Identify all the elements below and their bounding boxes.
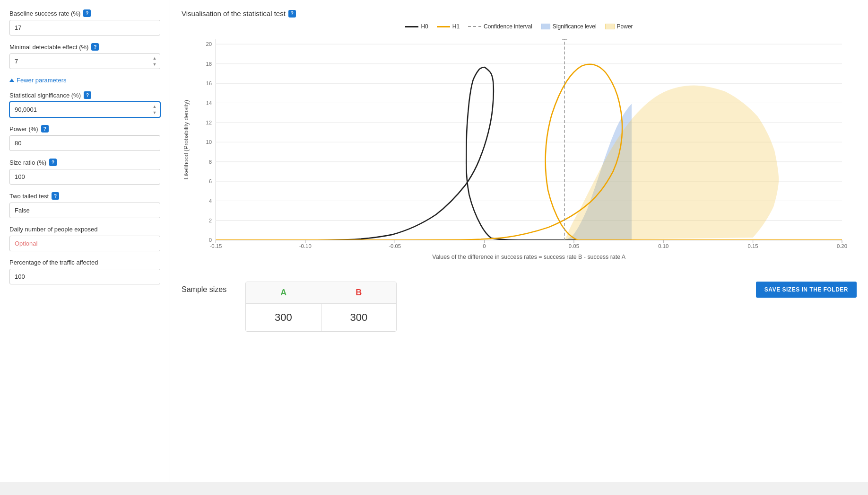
mde-spinner-arrows: ▲ ▼ xyxy=(150,55,159,68)
sample-sizes-title: Sample sizes xyxy=(182,285,226,294)
field-label-daily-exposed: Daily number of people exposed xyxy=(9,226,160,233)
svg-text:12: 12 xyxy=(206,120,212,125)
svg-text:10: 10 xyxy=(206,139,212,145)
stat-sig-help-badge[interactable]: ? xyxy=(84,91,91,99)
daily-exposed-input[interactable] xyxy=(9,236,160,251)
svg-text:0: 0 xyxy=(483,243,486,249)
svg-text:16: 16 xyxy=(206,80,212,86)
legend-ci: Confidence interval xyxy=(468,23,532,30)
baseline-input[interactable] xyxy=(9,20,160,35)
field-label-size-ratio: Size ratio (%) ? xyxy=(9,159,160,166)
legend-sl-rect xyxy=(541,24,550,29)
sample-table: A B 300 300 xyxy=(245,282,397,332)
chart-section: Visualisation of the statistical test ? … xyxy=(182,9,857,270)
svg-text:18: 18 xyxy=(206,61,212,67)
field-label-traffic: Percentage of the traffic affected xyxy=(9,259,160,266)
svg-text:0: 0 xyxy=(209,237,212,243)
power-input[interactable] xyxy=(9,135,160,151)
svg-text:-0.15: -0.15 xyxy=(209,243,222,249)
legend-power: Power xyxy=(605,23,633,30)
svg-text:-0.10: -0.10 xyxy=(299,243,312,249)
legend-h0: H0 xyxy=(405,23,428,30)
stat-sig-arrow-up[interactable]: ▲ xyxy=(150,104,159,110)
daily-exposed-label-text: Daily number of people exposed xyxy=(9,226,97,233)
save-sizes-button[interactable]: SAVE SIZES IN THE FOLDER xyxy=(756,282,857,298)
legend-h1: H1 xyxy=(437,23,460,30)
svg-text:14: 14 xyxy=(206,100,212,106)
legend-h1-label: H1 xyxy=(452,23,460,30)
field-group-mde: Minimal detectable effect (%) ? ▲ ▼ xyxy=(9,43,160,69)
legend-h0-label: H0 xyxy=(421,23,428,30)
svg-text:8: 8 xyxy=(209,159,212,165)
power-fill xyxy=(564,85,779,240)
sample-value-a: 300 xyxy=(246,304,321,331)
stat-sig-spinner-wrapper: ▲ ▼ xyxy=(9,102,160,117)
field-group-stat-sig: Statistical significance (%) ? ▲ ▼ xyxy=(9,91,160,117)
field-group-baseline: Baseline success rate (%) ? xyxy=(9,9,160,35)
size-ratio-label-text: Size ratio (%) xyxy=(9,159,46,166)
legend-sl-label: Significance level xyxy=(553,23,597,30)
legend-h1-line xyxy=(437,26,450,27)
baseline-label-text: Baseline success rate (%) xyxy=(9,10,80,17)
x-axis: -0.15 -0.10 -0.05 0 0.05 0.10 0.15 0.20 xyxy=(209,240,847,249)
field-label-two-tailed: Two tailed test ? xyxy=(9,192,160,200)
left-panel: Baseline success rate (%) ? Minimal dete… xyxy=(0,0,170,495)
field-label-baseline: Baseline success rate (%) ? xyxy=(9,9,160,17)
stat-sig-label-text: Statistical significance (%) xyxy=(9,92,81,99)
mde-arrow-up[interactable]: ▲ xyxy=(150,55,159,62)
svg-text:4: 4 xyxy=(209,198,212,204)
svg-text:0.10: 0.10 xyxy=(658,243,668,249)
bottom-bar xyxy=(0,482,868,495)
field-group-two-tailed: Two tailed test ? xyxy=(9,192,160,218)
right-panel: Visualisation of the statistical test ? … xyxy=(170,0,868,495)
x-axis-label: Values of the difference in success rate… xyxy=(432,254,626,260)
svg-text:6: 6 xyxy=(209,178,212,184)
svg-text:20: 20 xyxy=(206,41,212,47)
field-group-size-ratio: Size ratio (%) ? xyxy=(9,159,160,185)
two-tailed-input[interactable] xyxy=(9,203,160,218)
chart-svg: Likelihood (Probability density) 0 2 4 6… xyxy=(182,34,857,270)
size-ratio-input[interactable] xyxy=(9,169,160,185)
svg-text:0.15: 0.15 xyxy=(748,243,758,249)
fewer-params-label: Fewer parameters xyxy=(17,77,66,84)
legend-power-rect xyxy=(605,24,615,29)
svg-text:2: 2 xyxy=(209,218,212,223)
chart-title: Visualisation of the statistical test ? xyxy=(182,9,857,18)
sample-table-header: A B xyxy=(246,282,396,304)
svg-text:-0.05: -0.05 xyxy=(389,243,401,249)
stat-sig-spinner-arrows: ▲ ▼ xyxy=(150,104,159,116)
baseline-help-badge[interactable]: ? xyxy=(83,9,91,17)
field-group-traffic: Percentage of the traffic affected xyxy=(9,259,160,284)
power-help-badge[interactable]: ? xyxy=(41,125,49,133)
legend-h0-line xyxy=(405,26,418,27)
size-ratio-help-badge[interactable]: ? xyxy=(49,159,57,166)
field-group-power: Power (%) ? xyxy=(9,125,160,151)
mde-input[interactable] xyxy=(9,53,160,69)
traffic-label-text: Percentage of the traffic affected xyxy=(9,259,98,266)
mde-arrow-down[interactable]: ▼ xyxy=(150,62,159,68)
svg-text:0.20: 0.20 xyxy=(837,243,847,249)
chart-wrapper: Likelihood (Probability density) 0 2 4 6… xyxy=(182,34,857,270)
triangle-icon xyxy=(9,79,14,82)
sample-sizes-section: Sample sizes A B 300 300 SAVE SIZES IN T… xyxy=(182,282,857,332)
legend-ci-label: Confidence interval xyxy=(484,23,532,30)
legend-ci-line xyxy=(468,26,481,27)
legend-sl: Significance level xyxy=(541,23,597,30)
field-label-mde: Minimal detectable effect (%) ? xyxy=(9,43,160,51)
chart-title-help[interactable]: ? xyxy=(288,10,296,18)
y-axis-label: Likelihood (Probability density) xyxy=(183,100,190,179)
mde-spinner-wrapper: ▲ ▼ xyxy=(9,53,160,69)
stat-sig-arrow-down[interactable]: ▼ xyxy=(150,110,159,116)
two-tailed-help-badge[interactable]: ? xyxy=(52,192,59,200)
traffic-input[interactable] xyxy=(9,269,160,284)
sample-col-a-header: A xyxy=(246,282,321,303)
mde-help-badge[interactable]: ? xyxy=(91,43,99,51)
fewer-params-link[interactable]: Fewer parameters xyxy=(9,77,160,84)
svg-text:0.05: 0.05 xyxy=(569,243,579,249)
mde-label-text: Minimal detectable effect (%) xyxy=(9,44,88,51)
chart-legend: H0 H1 Confidence interval Significance l… xyxy=(182,23,857,30)
sample-col-b-header: B xyxy=(321,282,396,303)
stat-sig-input[interactable] xyxy=(9,102,160,117)
sample-table-body: 300 300 xyxy=(246,304,396,331)
power-label-text: Power (%) xyxy=(9,125,38,133)
